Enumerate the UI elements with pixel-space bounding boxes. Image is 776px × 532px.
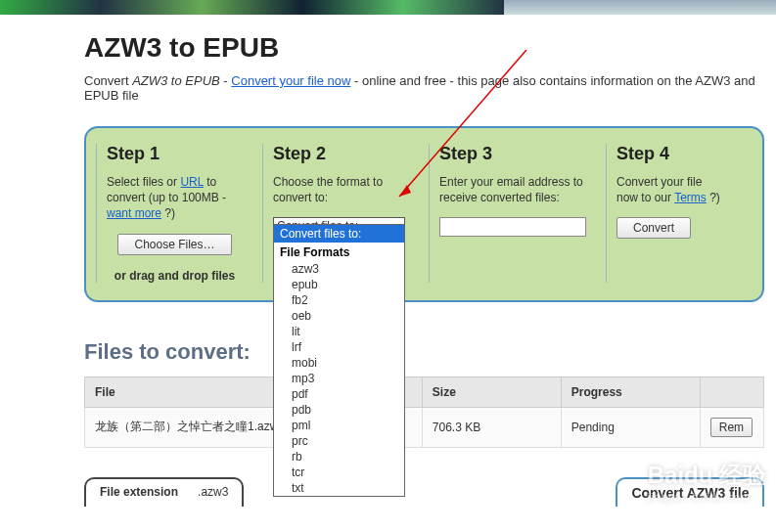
file-extension-tab: File extension .azw3 <box>84 477 244 507</box>
dropdown-option-mp3[interactable]: mp3 <box>274 371 404 386</box>
file-extension-label: File extension <box>100 485 178 499</box>
convert-button[interactable]: Convert <box>616 217 691 239</box>
step-4: Step 4 Convert your file now to our Term… <box>606 144 733 283</box>
dropdown-option-azw3[interactable]: azw3 <box>274 261 404 277</box>
col-progress: Progress <box>561 377 700 407</box>
step3-desc: Enter your email address to receive conv… <box>439 174 586 205</box>
dropdown-option-txt[interactable]: txt <box>274 480 404 496</box>
extension-tabs: File extension .azw3 Convert AZW3 file <box>84 477 776 507</box>
remove-button[interactable]: Rem <box>710 418 753 437</box>
file-extension-value: .azw3 <box>198 485 228 499</box>
email-input[interactable] <box>439 217 586 237</box>
url-link[interactable]: URL <box>180 175 204 189</box>
convert-now-link[interactable]: Convert your file now <box>231 73 350 88</box>
subline-prefix: Convert <box>84 73 132 88</box>
step1-title: Step 1 <box>107 144 243 164</box>
drag-drop-note: or drag and drop files <box>107 269 243 283</box>
table-header-row: File Size Progress <box>85 377 764 407</box>
cell-action: Rem <box>700 407 763 447</box>
step4-title: Step 4 <box>616 144 723 164</box>
col-action <box>700 377 763 407</box>
step3-title: Step 3 <box>439 144 586 164</box>
subline-italic: AZW3 to EPUB <box>132 73 220 88</box>
step1-desc: Select files or URL to convert (up to 10… <box>107 174 243 222</box>
step2-title: Step 2 <box>273 144 409 164</box>
dropdown-selected[interactable]: Convert files to: <box>274 225 404 243</box>
banner-right <box>504 0 776 15</box>
step4-desc-post: ?) <box>707 191 720 204</box>
page-title: AZW3 to EPUB <box>84 32 776 64</box>
files-table: File Size Progress 龙族（第二部）之悼亡者之瞳1.azw3 7… <box>84 377 764 448</box>
steps-panel: Step 1 Select files or URL to convert (u… <box>84 126 764 302</box>
dropdown-option-pdf[interactable]: pdf <box>274 386 404 402</box>
dropdown-option-mobi[interactable]: mobi <box>274 355 404 371</box>
dropdown-option-epub[interactable]: epub <box>274 277 404 292</box>
want-more-link[interactable]: want more <box>107 206 161 220</box>
choose-files-button[interactable]: Choose Files… <box>117 234 231 255</box>
dropdown-option-fb2[interactable]: fb2 <box>274 292 404 308</box>
dropdown-option-lrf[interactable]: lrf <box>274 339 404 355</box>
top-banner <box>0 0 776 15</box>
step1-desc-pre: Select files or <box>107 175 180 189</box>
banner-image <box>0 0 504 15</box>
step-2: Step 2 Choose the format to convert to: … <box>262 144 419 283</box>
dropdown-option-lit[interactable]: lit <box>274 324 404 339</box>
files-section-title: Files to convert: <box>84 339 776 365</box>
dropdown-option-oeb[interactable]: oeb <box>274 308 404 324</box>
dropdown-option-tcr[interactable]: tcr <box>274 465 404 480</box>
sub-line: Convert AZW3 to EPUB - Convert your file… <box>84 73 776 103</box>
col-size: Size <box>422 377 561 407</box>
convert-azw3-tab: Convert AZW3 file <box>616 477 764 507</box>
step-3: Step 3 Enter your email address to recei… <box>429 144 596 283</box>
dropdown-option-pml[interactable]: pml <box>274 418 404 433</box>
dropdown-option-pdb[interactable]: pdb <box>274 402 404 418</box>
step1-desc-post: ?) <box>161 206 175 220</box>
cell-progress: Pending <box>561 407 700 447</box>
terms-link[interactable]: Terms <box>674 191 707 204</box>
table-row: 龙族（第二部）之悼亡者之瞳1.azw3 706.3 KB Pending Rem <box>85 407 764 447</box>
format-dropdown[interactable]: Convert files to: File Formats azw3epubf… <box>273 224 405 497</box>
step2-desc: Choose the format to convert to: <box>273 174 409 205</box>
step-1: Step 1 Select files or URL to convert (u… <box>96 144 252 283</box>
dropdown-option-rb[interactable]: rb <box>274 449 404 465</box>
step4-desc: Convert your file now to our Terms ?) <box>616 174 723 205</box>
subline-dash: - <box>220 73 232 88</box>
dropdown-group-label: File Formats <box>274 243 404 261</box>
dropdown-option-prc[interactable]: prc <box>274 433 404 449</box>
cell-size: 706.3 KB <box>422 407 561 447</box>
